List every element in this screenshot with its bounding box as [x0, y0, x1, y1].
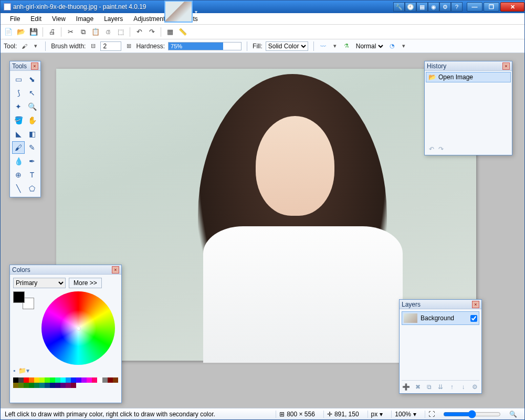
palette-color[interactable] [81, 377, 87, 383]
palette-color[interactable] [60, 377, 66, 383]
palette-color[interactable] [66, 377, 71, 383]
palette-color[interactable] [18, 383, 24, 388]
maximize-button[interactable]: ❐ [484, 2, 499, 12]
brush-width-incr[interactable]: ⊞ [124, 42, 133, 50]
tool-paint-bucket[interactable]: 🪣 [12, 114, 25, 127]
palette-color[interactable] [71, 377, 76, 383]
tool-text[interactable]: T [26, 169, 38, 181]
palette-menu-button[interactable]: 📁▾ [18, 367, 29, 374]
overlay-button[interactable]: ◔ [388, 42, 396, 50]
menu-edit[interactable]: Edit [25, 14, 47, 24]
layer-visible-checkbox[interactable] [470, 315, 477, 322]
tool-move-pixels[interactable]: ↖ [26, 87, 38, 99]
minimize-button[interactable]: — [467, 2, 482, 12]
blend-icon[interactable]: ⚗ [342, 42, 351, 50]
colors-toggle-button[interactable]: ◉ [428, 2, 439, 12]
palette-color[interactable] [97, 377, 102, 383]
tool-paintbrush[interactable]: 🖌 [12, 141, 25, 154]
palette-color[interactable] [45, 377, 50, 383]
help-button[interactable]: ? [451, 2, 463, 12]
zoom-slider[interactable] [443, 411, 501, 417]
brush-width-decr[interactable]: ⊟ [89, 42, 97, 50]
layer-down-button[interactable]: ↓ [459, 383, 468, 391]
palette-color[interactable] [18, 377, 24, 383]
palette-color[interactable] [45, 383, 50, 388]
save-button[interactable]: 💾 [29, 27, 38, 37]
tool-color-picker[interactable]: 💧 [12, 155, 25, 167]
history-toggle-button[interactable]: 🕘 [405, 2, 416, 12]
palette-color[interactable] [102, 377, 108, 383]
palette-color[interactable] [29, 377, 34, 383]
palette-color[interactable] [60, 383, 66, 388]
antialias-button[interactable]: 〰 [319, 42, 328, 50]
palette-color[interactable] [34, 377, 39, 383]
deselect-button[interactable]: ⬚ [116, 27, 125, 37]
tool-lasso[interactable]: ⟆ [12, 87, 25, 99]
tool-dropdown-icon[interactable]: ▾ [32, 42, 40, 50]
tool-rect-select[interactable]: ▭ [12, 73, 25, 86]
hardness-slider[interactable]: 75% [168, 42, 242, 50]
thumb-dropdown-icon[interactable]: ▾ [195, 9, 200, 14]
palette-color[interactable] [92, 377, 97, 383]
layer-merge-button[interactable]: ⇊ [436, 383, 445, 391]
status-zoom[interactable]: 100%▾ [391, 411, 419, 418]
tool-eraser[interactable]: ◧ [26, 128, 38, 140]
palette-color[interactable] [87, 377, 92, 383]
colors-close-button[interactable]: × [112, 266, 119, 274]
print-button[interactable]: 🖨 [47, 27, 57, 37]
tool-clone-stamp[interactable]: ⊕ [12, 169, 25, 181]
brush-width-input[interactable] [100, 41, 121, 51]
palette-add-button[interactable]: ▪ [13, 367, 15, 374]
tool-move-selection[interactable]: ⬊ [26, 73, 38, 86]
palette-color[interactable] [13, 377, 18, 383]
close-button[interactable]: ✕ [500, 2, 524, 12]
zoom-fit-button[interactable]: ⛶ [425, 411, 438, 418]
palette-color[interactable] [50, 383, 55, 388]
color-channel-select[interactable]: Primary [13, 278, 66, 288]
history-redo-button[interactable]: ↷ [438, 145, 444, 153]
menu-file[interactable]: File [5, 14, 25, 24]
crop-button[interactable]: ⟃ [103, 27, 113, 37]
zoom-in-button[interactable]: 🔍 [506, 411, 520, 418]
tool-line[interactable]: ╲ [12, 182, 25, 195]
palette-color[interactable] [76, 377, 81, 383]
ruler-button[interactable]: 📏 [178, 27, 187, 37]
layer-props-button[interactable]: ⚙ [470, 383, 479, 391]
palette-color[interactable] [50, 377, 55, 383]
undo-button[interactable]: ↶ [134, 27, 144, 37]
paste-button[interactable]: 📋 [91, 27, 100, 37]
foreground-swatch[interactable] [13, 291, 25, 303]
palette-color[interactable] [24, 383, 29, 388]
palette-color[interactable] [55, 383, 60, 388]
palette-color[interactable] [71, 383, 76, 388]
colors-more-button[interactable]: More >> [69, 278, 102, 288]
palette-color[interactable] [39, 383, 45, 388]
layers-toggle-button[interactable]: ▦ [416, 2, 428, 12]
blend-select[interactable]: Normal [354, 41, 385, 51]
grid-button[interactable]: ▦ [165, 27, 175, 37]
layer-duplicate-button[interactable]: ⧉ [424, 383, 434, 391]
color-wheel[interactable] [41, 291, 115, 365]
redo-button[interactable]: ↷ [147, 27, 156, 37]
fill-select[interactable]: Solid Color [266, 41, 308, 51]
status-unit[interactable]: px▾ [368, 411, 386, 418]
tools-toggle-button[interactable]: 🔧 [393, 2, 405, 12]
palette-color[interactable] [13, 383, 18, 388]
settings-button[interactable]: ⚙ [439, 2, 451, 12]
palette-color[interactable] [29, 383, 34, 388]
layer-up-button[interactable]: ↑ [447, 383, 457, 391]
tool-recolor[interactable]: ✒ [26, 155, 38, 167]
tool-pan[interactable]: ✋ [26, 114, 38, 127]
layers-close-button[interactable]: × [472, 301, 479, 308]
history-undo-button[interactable]: ↶ [429, 145, 434, 153]
palette-color[interactable] [66, 383, 71, 388]
aa-dropdown-icon[interactable]: ▾ [331, 42, 339, 50]
open-button[interactable]: 📂 [16, 27, 26, 37]
menu-view[interactable]: View [47, 14, 71, 24]
layer-delete-button[interactable]: ✖ [413, 383, 423, 391]
palette-color[interactable] [108, 377, 113, 383]
layer-row[interactable]: Background [402, 311, 479, 325]
tool-pencil[interactable]: ✎ [26, 141, 38, 154]
palette-color[interactable] [55, 377, 60, 383]
tool-zoom[interactable]: 🔍 [26, 100, 38, 113]
